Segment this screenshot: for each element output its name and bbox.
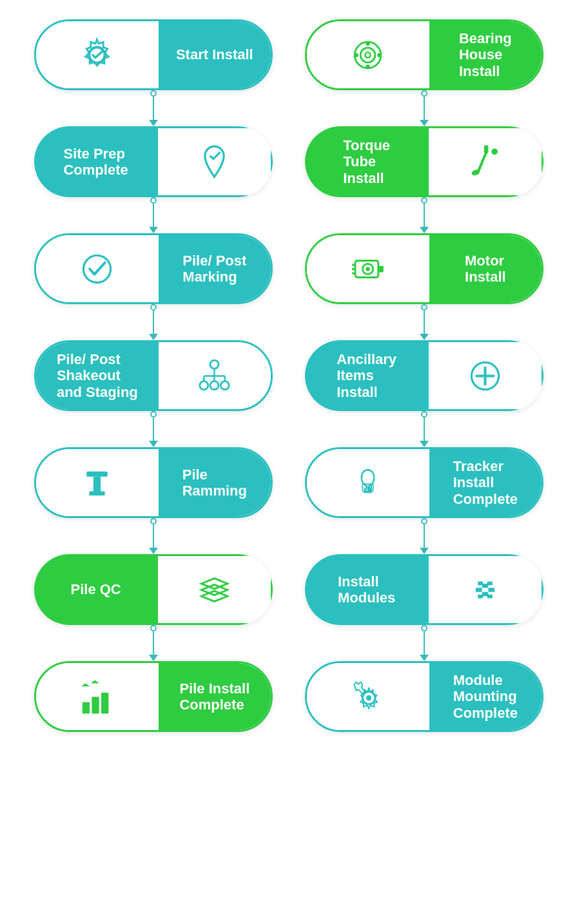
label-side: InstallModules <box>305 554 429 625</box>
icon-side <box>159 342 270 409</box>
svg-point-18 <box>360 48 375 63</box>
svg-rect-43 <box>475 588 482 592</box>
label-side: AncillaryItemsInstall <box>305 340 429 411</box>
svg-point-3 <box>200 381 208 389</box>
pile-shakeout-label: Pile/ PostShakeoutand Staging <box>49 351 146 400</box>
pile-complete-icon <box>73 673 121 721</box>
install-modules-label: InstallModules <box>330 573 403 606</box>
svg-rect-45 <box>478 581 483 585</box>
svg-point-20 <box>366 41 371 46</box>
pill-torque-tube: TorqueTubeInstall <box>305 126 543 197</box>
tracker-install-label: TrackerInstallComplete <box>445 458 525 507</box>
svg-rect-14 <box>83 702 90 713</box>
checkmark-icon <box>73 245 121 293</box>
icon-side <box>158 554 273 625</box>
connector <box>420 411 429 447</box>
module-mounting-label: ModuleMountingComplete <box>445 672 525 721</box>
label-side: TrackerInstallComplete <box>429 449 541 516</box>
label-side: Start Install <box>159 21 270 88</box>
plus-circle-icon <box>461 352 509 400</box>
icon-side <box>429 340 543 411</box>
icon-side <box>429 126 543 197</box>
connector <box>149 411 158 447</box>
screwdriver-icon <box>461 138 509 186</box>
pill-install-modules: InstallModules <box>305 554 543 625</box>
motor-install-label: MotorInstall <box>457 253 514 285</box>
pill-module-mounting: ModuleMountingComplete <box>305 661 543 732</box>
label-side: BearingHouseInstall <box>429 21 541 88</box>
icon-side <box>307 21 430 88</box>
label-side: MotorInstall <box>429 235 541 302</box>
label-side: Pile/ PostShakeoutand Staging <box>36 342 159 409</box>
svg-point-23 <box>377 53 382 57</box>
modules-icon <box>461 566 509 614</box>
connector <box>420 90 429 126</box>
svg-point-5 <box>221 381 230 389</box>
left-column: Start Install Site PrepComplete <box>31 19 276 732</box>
icon-side <box>307 235 430 302</box>
svg-point-21 <box>366 64 371 69</box>
pill-pile-shakeout: Pile/ PostShakeoutand Staging <box>34 340 273 411</box>
svg-rect-16 <box>101 693 108 714</box>
svg-rect-44 <box>488 588 494 592</box>
start-install-label: Start Install <box>168 46 261 63</box>
ancillary-label: AncillaryItemsInstall <box>329 351 404 400</box>
svg-rect-30 <box>378 265 384 272</box>
pile-post-marking-label: Pile/ PostMarking <box>175 253 254 285</box>
icon-side <box>429 554 543 625</box>
pile-ramming-label: PileRamming <box>175 467 255 499</box>
pill-pile-post-marking: Pile/ PostMarking <box>34 233 273 304</box>
org-chart-icon <box>190 352 239 400</box>
connector <box>420 304 429 340</box>
svg-point-17 <box>355 42 382 68</box>
bearing-house-label: BearingHouseInstall <box>451 30 520 79</box>
pill-pile-qc: Pile QC <box>34 554 273 625</box>
pill-motor-install: MotorInstall <box>305 233 543 304</box>
svg-rect-38 <box>364 488 366 491</box>
pill-pile-ramming: PileRamming <box>34 447 273 518</box>
icon-side <box>36 449 159 516</box>
pill-ancillary: AncillaryItemsInstall <box>305 340 543 411</box>
flow-container: Start Install Site PrepComplete <box>13 19 564 732</box>
connector <box>420 625 429 661</box>
pile-ram-icon <box>73 459 121 507</box>
pill-pile-install-complete: Pile InstallComplete <box>34 661 273 732</box>
connector <box>420 197 429 233</box>
icon-side <box>307 663 430 730</box>
connector <box>149 625 158 661</box>
site-prep-label: Site PrepComplete <box>55 146 135 178</box>
svg-rect-40 <box>371 485 372 491</box>
icon-side <box>307 449 430 516</box>
svg-point-1 <box>84 255 111 282</box>
icon-side <box>36 235 159 302</box>
connector <box>149 90 158 126</box>
icon-side <box>158 126 273 197</box>
connector <box>149 304 158 340</box>
svg-point-26 <box>491 148 498 155</box>
label-side: Pile QC <box>34 554 158 625</box>
svg-rect-47 <box>478 594 483 598</box>
svg-point-29 <box>366 267 371 271</box>
svg-rect-13 <box>90 491 105 496</box>
svg-point-19 <box>366 52 371 57</box>
svg-rect-48 <box>487 594 492 598</box>
pill-start-install: Start Install <box>34 19 273 90</box>
label-side: Pile InstallComplete <box>159 663 270 730</box>
svg-point-50 <box>366 695 371 700</box>
tracker-icon <box>344 459 392 507</box>
icon-side <box>36 21 159 88</box>
label-side: TorqueTubeInstall <box>305 126 429 197</box>
connector <box>149 197 158 233</box>
connector <box>149 518 158 554</box>
wrench-gear-icon <box>344 673 392 721</box>
motor-icon <box>344 245 392 293</box>
icon-side <box>36 663 159 730</box>
svg-rect-11 <box>87 471 108 476</box>
svg-rect-39 <box>367 486 369 491</box>
label-side: Site PrepComplete <box>34 126 158 197</box>
svg-rect-46 <box>487 581 492 585</box>
bearing-icon <box>344 31 392 79</box>
pill-tracker-install: TrackerInstallComplete <box>305 447 543 518</box>
pile-qc-label: Pile QC <box>63 581 128 597</box>
svg-rect-15 <box>92 697 99 713</box>
